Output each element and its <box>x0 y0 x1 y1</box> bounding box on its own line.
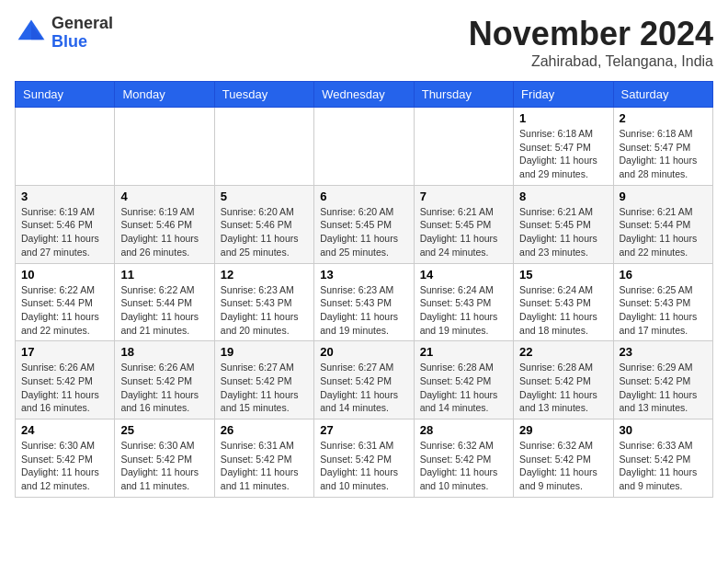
calendar-cell: 14Sunrise: 6:24 AM Sunset: 5:43 PM Dayli… <box>414 263 513 341</box>
day-number: 20 <box>320 345 407 359</box>
logo-blue: Blue <box>51 33 113 52</box>
calendar-cell: 20Sunrise: 6:27 AM Sunset: 5:42 PM Dayli… <box>314 341 414 419</box>
calendar-cell <box>414 108 513 186</box>
day-info: Sunrise: 6:26 AM Sunset: 5:42 PM Dayligh… <box>21 361 108 415</box>
day-info: Sunrise: 6:20 AM Sunset: 5:45 PM Dayligh… <box>320 205 407 259</box>
day-number: 17 <box>21 345 108 359</box>
day-info: Sunrise: 6:27 AM Sunset: 5:42 PM Dayligh… <box>320 361 407 415</box>
day-number: 5 <box>221 190 308 203</box>
day-info: Sunrise: 6:26 AM Sunset: 5:42 PM Dayligh… <box>120 361 208 415</box>
calendar-week-row: 1Sunrise: 6:18 AM Sunset: 5:47 PM Daylig… <box>16 108 713 186</box>
day-number: 11 <box>120 268 208 282</box>
day-info: Sunrise: 6:29 AM Sunset: 5:42 PM Dayligh… <box>620 361 707 415</box>
day-info: Sunrise: 6:31 AM Sunset: 5:42 PM Dayligh… <box>320 439 407 493</box>
day-number: 15 <box>519 268 607 282</box>
location: Zahirabad, Telangana, India <box>469 53 713 70</box>
calendar-cell: 4Sunrise: 6:19 AM Sunset: 5:46 PM Daylig… <box>115 185 214 263</box>
calendar-cell: 21Sunrise: 6:28 AM Sunset: 5:42 PM Dayli… <box>414 341 513 419</box>
calendar-cell: 8Sunrise: 6:21 AM Sunset: 5:45 PM Daylig… <box>514 185 613 263</box>
calendar-cell: 3Sunrise: 6:19 AM Sunset: 5:46 PM Daylig… <box>16 185 115 263</box>
day-number: 3 <box>21 190 108 203</box>
calendar-table: SundayMondayTuesdayWednesdayThursdayFrid… <box>15 81 713 498</box>
weekday-header-saturday: Saturday <box>613 82 712 108</box>
day-info: Sunrise: 6:21 AM Sunset: 5:44 PM Dayligh… <box>620 205 707 259</box>
day-info: Sunrise: 6:20 AM Sunset: 5:46 PM Dayligh… <box>221 205 308 259</box>
logo-text: General Blue <box>51 15 113 52</box>
calendar-cell: 18Sunrise: 6:26 AM Sunset: 5:42 PM Dayli… <box>115 341 214 419</box>
day-number: 14 <box>420 268 507 282</box>
calendar-cell: 29Sunrise: 6:32 AM Sunset: 5:42 PM Dayli… <box>514 419 613 498</box>
title-block: November 2024 Zahirabad, Telangana, Indi… <box>469 15 713 70</box>
day-number: 6 <box>320 190 407 203</box>
day-info: Sunrise: 6:22 AM Sunset: 5:44 PM Dayligh… <box>120 283 208 338</box>
calendar-cell: 27Sunrise: 6:31 AM Sunset: 5:42 PM Dayli… <box>314 419 414 498</box>
day-info: Sunrise: 6:24 AM Sunset: 5:43 PM Dayligh… <box>420 283 507 338</box>
day-info: Sunrise: 6:19 AM Sunset: 5:46 PM Dayligh… <box>120 205 208 259</box>
day-number: 24 <box>21 423 108 437</box>
day-number: 22 <box>519 345 607 359</box>
weekday-header-thursday: Thursday <box>414 82 513 108</box>
day-info: Sunrise: 6:21 AM Sunset: 5:45 PM Dayligh… <box>420 205 507 259</box>
day-info: Sunrise: 6:32 AM Sunset: 5:42 PM Dayligh… <box>420 439 507 493</box>
day-info: Sunrise: 6:18 AM Sunset: 5:47 PM Dayligh… <box>519 127 607 181</box>
day-info: Sunrise: 6:27 AM Sunset: 5:42 PM Dayligh… <box>221 361 308 415</box>
day-number: 18 <box>120 345 208 359</box>
calendar-cell: 1Sunrise: 6:18 AM Sunset: 5:47 PM Daylig… <box>514 108 613 186</box>
day-number: 7 <box>420 190 507 203</box>
calendar-cell: 16Sunrise: 6:25 AM Sunset: 5:43 PM Dayli… <box>613 263 712 341</box>
day-number: 26 <box>221 423 308 437</box>
calendar-cell: 17Sunrise: 6:26 AM Sunset: 5:42 PM Dayli… <box>16 341 115 419</box>
weekday-header-wednesday: Wednesday <box>314 82 414 108</box>
calendar-week-row: 24Sunrise: 6:30 AM Sunset: 5:42 PM Dayli… <box>16 419 713 498</box>
calendar-cell: 15Sunrise: 6:24 AM Sunset: 5:43 PM Dayli… <box>514 263 613 341</box>
day-info: Sunrise: 6:18 AM Sunset: 5:47 PM Dayligh… <box>620 127 707 181</box>
day-info: Sunrise: 6:32 AM Sunset: 5:42 PM Dayligh… <box>519 439 607 493</box>
day-number: 21 <box>420 345 507 359</box>
day-info: Sunrise: 6:24 AM Sunset: 5:43 PM Dayligh… <box>519 283 607 338</box>
day-number: 12 <box>221 268 308 282</box>
calendar-cell: 9Sunrise: 6:21 AM Sunset: 5:44 PM Daylig… <box>613 185 712 263</box>
day-number: 19 <box>221 345 308 359</box>
day-number: 30 <box>620 423 707 437</box>
calendar-cell: 25Sunrise: 6:30 AM Sunset: 5:42 PM Dayli… <box>115 419 214 498</box>
day-info: Sunrise: 6:30 AM Sunset: 5:42 PM Dayligh… <box>120 439 208 493</box>
day-number: 13 <box>320 268 407 282</box>
day-number: 25 <box>120 423 208 437</box>
day-info: Sunrise: 6:21 AM Sunset: 5:45 PM Dayligh… <box>519 205 607 259</box>
day-number: 4 <box>120 190 208 203</box>
day-number: 16 <box>620 268 707 282</box>
day-number: 8 <box>519 190 607 203</box>
calendar-cell <box>314 108 414 186</box>
day-info: Sunrise: 6:19 AM Sunset: 5:46 PM Dayligh… <box>21 205 108 259</box>
day-info: Sunrise: 6:23 AM Sunset: 5:43 PM Dayligh… <box>221 283 308 338</box>
day-number: 1 <box>519 111 607 125</box>
calendar-cell: 30Sunrise: 6:33 AM Sunset: 5:42 PM Dayli… <box>613 419 712 498</box>
day-number: 10 <box>21 268 108 282</box>
day-number: 29 <box>519 423 607 437</box>
logo-general: General <box>51 15 113 33</box>
day-info: Sunrise: 6:28 AM Sunset: 5:42 PM Dayligh… <box>420 361 507 415</box>
day-number: 28 <box>420 423 507 437</box>
day-info: Sunrise: 6:33 AM Sunset: 5:42 PM Dayligh… <box>620 439 707 493</box>
weekday-header-tuesday: Tuesday <box>214 82 313 108</box>
calendar-cell: 6Sunrise: 6:20 AM Sunset: 5:45 PM Daylig… <box>314 185 414 263</box>
weekday-header-row: SundayMondayTuesdayWednesdayThursdayFrid… <box>16 82 713 108</box>
weekday-header-monday: Monday <box>115 82 214 108</box>
calendar-cell <box>115 108 214 186</box>
weekday-header-sunday: Sunday <box>16 82 115 108</box>
calendar-cell: 7Sunrise: 6:21 AM Sunset: 5:45 PM Daylig… <box>414 185 513 263</box>
logo: General Blue <box>15 15 113 52</box>
day-number: 27 <box>320 423 407 437</box>
calendar-cell: 19Sunrise: 6:27 AM Sunset: 5:42 PM Dayli… <box>214 341 313 419</box>
day-number: 9 <box>620 190 707 203</box>
day-info: Sunrise: 6:23 AM Sunset: 5:43 PM Dayligh… <box>320 283 407 338</box>
calendar-cell: 10Sunrise: 6:22 AM Sunset: 5:44 PM Dayli… <box>16 263 115 341</box>
calendar-cell: 24Sunrise: 6:30 AM Sunset: 5:42 PM Dayli… <box>16 419 115 498</box>
calendar-cell <box>214 108 313 186</box>
calendar-cell: 12Sunrise: 6:23 AM Sunset: 5:43 PM Dayli… <box>214 263 313 341</box>
day-info: Sunrise: 6:22 AM Sunset: 5:44 PM Dayligh… <box>21 283 108 338</box>
calendar-week-row: 17Sunrise: 6:26 AM Sunset: 5:42 PM Dayli… <box>16 341 713 419</box>
day-info: Sunrise: 6:25 AM Sunset: 5:43 PM Dayligh… <box>620 283 707 338</box>
day-number: 23 <box>620 345 707 359</box>
calendar-cell: 28Sunrise: 6:32 AM Sunset: 5:42 PM Dayli… <box>414 419 513 498</box>
